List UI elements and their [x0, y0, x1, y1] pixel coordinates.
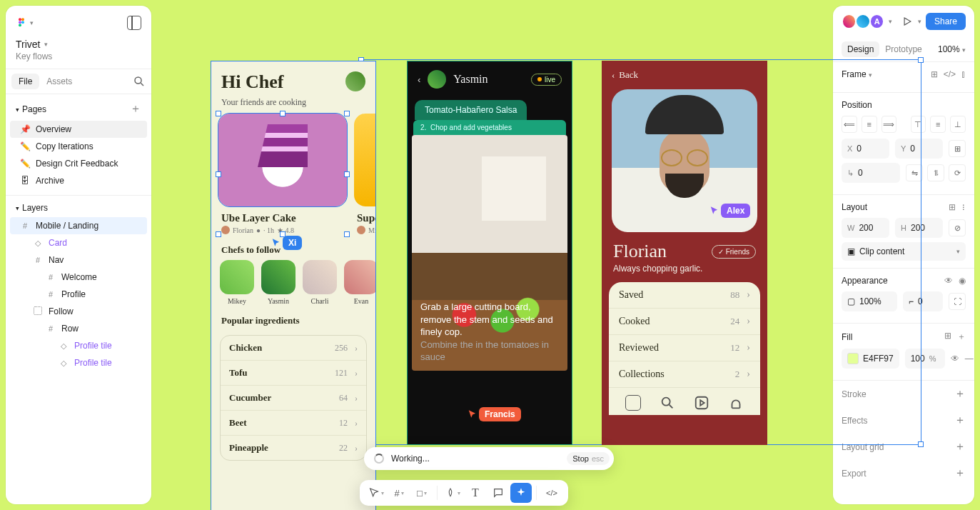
tab-design[interactable]: Design [842, 41, 879, 57]
frame-icon [46, 324, 56, 333]
align-bottom-icon[interactable]: ⊥ [950, 116, 966, 133]
layer-profile-tile-2[interactable]: Profile tile [10, 354, 147, 371]
stat-row: Collections2› [609, 361, 760, 388]
page-item-feedback[interactable]: ✏️Design Crit Feedback [10, 155, 147, 172]
stat-row: Reviewed12› [609, 335, 760, 361]
flip-v-icon[interactable]: ⥮ [927, 164, 944, 181]
visibility-icon[interactable]: 👁 [944, 276, 953, 286]
add-icon[interactable]: ＋ [954, 466, 966, 481]
expand-corners-icon[interactable]: ⛶ [949, 293, 966, 310]
collaborator-cursor-francis: Francis [468, 407, 521, 421]
ai-tool[interactable] [510, 483, 532, 503]
add-icon[interactable]: ＋ [954, 386, 966, 401]
search-icon[interactable] [133, 75, 146, 88]
layer-mobile-landing[interactable]: Mobile / Landing [10, 217, 147, 234]
pencil-icon: ✏️ [20, 159, 30, 169]
toggle-sidebar-icon[interactable] [127, 16, 141, 30]
layer-row[interactable]: Row [10, 320, 147, 337]
svg-rect-3 [21, 21, 24, 24]
resize-handle[interactable] [344, 111, 350, 116]
position-options-icon[interactable]: ⊞ [949, 140, 966, 157]
tab-file[interactable]: File [11, 74, 39, 89]
figma-menu[interactable]: ▾ [16, 17, 34, 29]
recipe-card[interactable]: Super Mia [354, 114, 376, 234]
pen-tool[interactable]: ▾ [442, 483, 463, 503]
autolayout-icon[interactable]: ⊞ [949, 202, 956, 212]
chef-tile: Yasmin [261, 260, 295, 305]
collaborator-avatar[interactable] [855, 14, 870, 29]
rotate-icon[interactable]: ⟳ [949, 164, 966, 181]
resize-handle[interactable] [918, 57, 924, 63]
stop-button[interactable]: Stopesc [567, 452, 610, 465]
collaborator-avatar[interactable]: A [869, 14, 884, 29]
share-button[interactable]: Share [926, 13, 966, 30]
file-title[interactable]: Trivet▾ [6, 34, 151, 51]
shape-tool[interactable]: □▾ [411, 483, 433, 503]
svg-line-6 [141, 83, 143, 86]
export-row[interactable]: Export＋ [833, 460, 974, 486]
align-icon[interactable]: ⊞ [931, 69, 938, 79]
zoom-level[interactable]: 100% ▾ [938, 44, 966, 54]
canvas-toolbar: ▾ #▾ □▾ ▾ T </> [360, 480, 568, 506]
dev-mode-tool[interactable]: </> [541, 483, 562, 503]
resize-handle[interactable] [344, 231, 350, 237]
tab-assets[interactable]: Assets [39, 74, 79, 89]
present-icon[interactable] [901, 15, 913, 28]
chevron-down-icon: ▾ [381, 490, 384, 496]
chef-avatar [261, 260, 295, 294]
pages-header[interactable]: ▸Pages ＋ [6, 94, 151, 121]
profile-name: Florian [613, 241, 667, 262]
more-icon[interactable]: ⫶ [961, 202, 966, 212]
resize-handle[interactable] [216, 231, 221, 237]
layer-follow[interactable]: Follow [10, 303, 147, 320]
text-tool[interactable]: T [465, 483, 486, 503]
profile-bio: Always chopping garlic. [602, 264, 767, 282]
layers-header[interactable]: ▸Layers [6, 196, 151, 217]
comment-tool[interactable] [488, 483, 509, 503]
resize-handle[interactable] [216, 111, 221, 116]
layer-nav[interactable]: Nav [10, 251, 147, 269]
chevron-right-icon: › [355, 418, 358, 429]
resize-handle[interactable] [216, 171, 221, 177]
list-item: Beet12› [221, 411, 366, 436]
add-page-button[interactable]: ＋ [130, 101, 141, 116]
resize-handle[interactable] [280, 111, 286, 116]
component-icon [59, 359, 69, 368]
align-center-v-icon[interactable]: ≡ [930, 116, 946, 133]
link-dimensions-icon[interactable]: ⊘ [949, 219, 966, 236]
caption: Grab a large cutting board, remove the s… [420, 301, 559, 364]
move-tool[interactable]: ▾ [365, 483, 387, 503]
section-heading: Popular ingredients [211, 305, 375, 331]
resize-handle[interactable] [344, 171, 350, 177]
blend-icon[interactable]: ◉ [959, 276, 966, 286]
recipe-title: Super [354, 206, 376, 226]
frame-live-recipe[interactable]: ‹ Yasmin live Tomato-Habañero Salsa 2. C… [407, 61, 572, 445]
page-item-overview[interactable]: 📌Overview [10, 121, 147, 138]
tab-prototype[interactable]: Prototype [879, 41, 927, 57]
resize-handle[interactable] [918, 441, 924, 447]
cursor-icon [709, 206, 719, 216]
chevron-down-icon[interactable]: ▾ [918, 18, 921, 25]
chef-hat-icon [728, 395, 744, 411]
chevron-down-icon[interactable]: ▾ [889, 18, 892, 25]
layer-card[interactable]: Card [10, 234, 147, 251]
code-icon[interactable]: </> [944, 69, 956, 79]
frame-profile[interactable]: ‹Back Florian ✓ Friends Always chopping … [602, 61, 767, 445]
styles-icon[interactable]: ⊞ [944, 331, 951, 343]
columns-icon[interactable]: ⫿ [961, 69, 966, 79]
add-icon[interactable]: ＋ [954, 439, 966, 454]
page-item-copy[interactable]: ✏️Copy Iterations [10, 138, 147, 155]
recipe-card[interactable]: Ube Layer Cake Florian●· 1h★ 4.8 [218, 114, 347, 234]
layer-welcome[interactable]: Welcome [10, 269, 147, 286]
collaborator-avatar[interactable] [842, 14, 857, 29]
add-icon[interactable]: ＋ [954, 413, 966, 428]
frame-landing[interactable]: Hi Chef Your friends are cooking Ube Lay… [211, 61, 376, 510]
add-fill-button[interactable]: ＋ [957, 331, 966, 343]
layer-profile-tile-1[interactable]: Profile tile [10, 337, 147, 354]
visibility-icon[interactable]: 👁 [951, 354, 959, 364]
frame-tool[interactable]: #▾ [388, 483, 410, 503]
remove-fill-button[interactable]: — [965, 354, 974, 364]
layer-profile[interactable]: Profile [10, 286, 147, 303]
list-item: Cucumber64› [221, 386, 366, 411]
page-item-archive[interactable]: 🗄Archive [10, 172, 147, 189]
